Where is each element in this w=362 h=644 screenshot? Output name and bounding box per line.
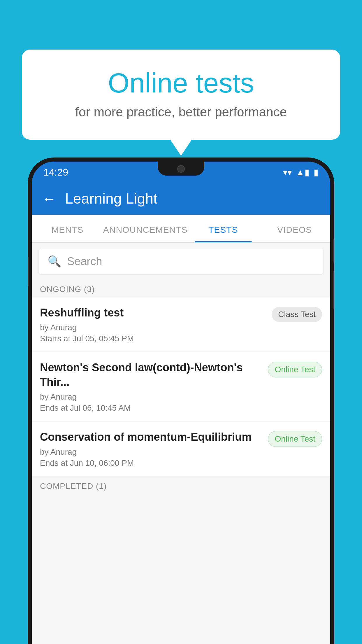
test-by: by Anurag: [40, 447, 262, 457]
search-bar[interactable]: 🔍 Search: [39, 249, 323, 274]
test-info: Reshuffling test by Anurag Starts at Jul…: [40, 306, 272, 343]
test-badge: Online Test: [268, 431, 322, 447]
battery-icon: ▮: [314, 167, 319, 177]
test-info: Conservation of momentum-Equilibrium by …: [40, 430, 268, 468]
phone-notch: [158, 162, 204, 176]
volume-down-button: [333, 271, 334, 309]
app-title: Learning Light: [65, 190, 157, 207]
test-title: Newton's Second law(contd)-Newton's Thir…: [40, 360, 262, 389]
tab-tests[interactable]: TESTS: [187, 215, 259, 242]
power-button: [333, 239, 334, 262]
test-time: Ends at Jun 10, 06:00 PM: [40, 459, 262, 468]
back-button[interactable]: ←: [42, 191, 56, 207]
tab-videos[interactable]: VIDEOS: [259, 215, 330, 242]
bubble-subtitle: for more practice, better performance: [45, 105, 317, 119]
app-header: ← Learning Light: [32, 183, 330, 215]
bubble-title: Online tests: [45, 67, 317, 99]
test-by: by Anurag: [40, 392, 262, 402]
test-badge: Class Test: [272, 307, 322, 322]
search-icon: 🔍: [48, 255, 61, 268]
test-time: Starts at Jul 05, 05:45 PM: [40, 334, 266, 343]
test-item[interactable]: Reshuffling test by Anurag Starts at Jul…: [32, 298, 330, 352]
tab-announcements[interactable]: ANNOUNCEMENTS: [103, 215, 188, 242]
test-title: Conservation of momentum-Equilibrium: [40, 430, 262, 444]
phone-frame: 14:29 ▾▾ ▲▮ ▮ ← Learning Light MENTS ANN…: [28, 158, 334, 644]
test-title: Reshuffling test: [40, 306, 266, 320]
search-input[interactable]: Search: [67, 255, 102, 268]
phone-screen: 14:29 ▾▾ ▲▮ ▮ ← Learning Light MENTS ANN…: [32, 162, 330, 644]
volume-button: [28, 257, 29, 286]
test-item[interactable]: Newton's Second law(contd)-Newton's Thir…: [32, 352, 330, 421]
test-badge: Online Test: [268, 362, 322, 377]
signal-icon: ▲▮: [296, 167, 310, 177]
test-item[interactable]: Conservation of momentum-Equilibrium by …: [32, 422, 330, 476]
test-info: Newton's Second law(contd)-Newton's Thir…: [40, 360, 268, 413]
tabs-bar: MENTS ANNOUNCEMENTS TESTS VIDEOS: [32, 215, 330, 243]
promo-bubble: Online tests for more practice, better p…: [22, 50, 340, 140]
status-icons: ▾▾ ▲▮ ▮: [283, 167, 319, 177]
tab-ments[interactable]: MENTS: [32, 215, 103, 242]
screen-content: 🔍 Search ONGOING (3) Reshuffling test by…: [32, 243, 330, 644]
test-time: Ends at Jul 06, 10:45 AM: [40, 403, 262, 413]
ongoing-header: ONGOING (3): [32, 280, 330, 298]
completed-header: COMPLETED (1): [32, 477, 330, 494]
test-by: by Anurag: [40, 323, 266, 332]
status-time: 14:29: [43, 167, 68, 178]
front-camera: [177, 165, 185, 173]
wifi-icon: ▾▾: [283, 167, 292, 177]
